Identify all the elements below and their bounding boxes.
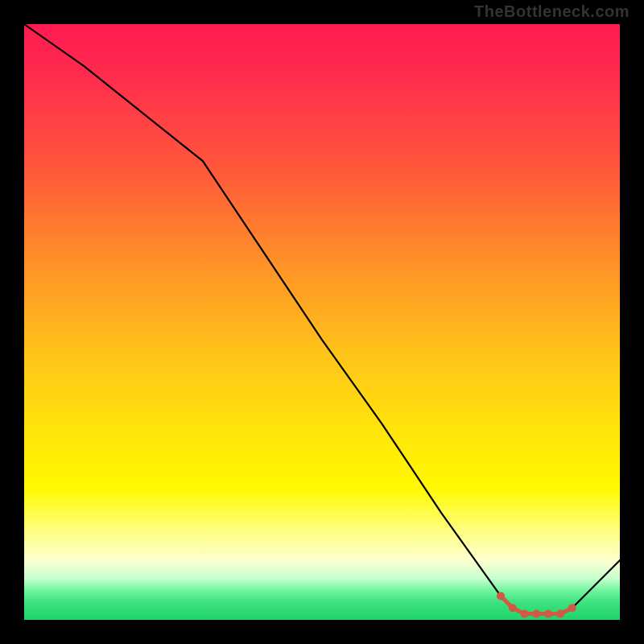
highlight-dot (497, 592, 505, 600)
chart-root: TheBottleneck.com (0, 0, 644, 644)
highlight-dot (509, 604, 517, 612)
plot-area (24, 24, 620, 620)
highlight-dot (556, 610, 564, 618)
highlight-dot (568, 604, 576, 612)
highlight-dot (532, 610, 540, 618)
highlight-dot (544, 610, 552, 618)
highlighted-range (497, 592, 576, 617)
attribution-text: TheBottleneck.com (474, 2, 630, 21)
highlight-dot (521, 610, 529, 618)
bottleneck-curve (24, 24, 620, 614)
curve-svg (24, 24, 620, 620)
